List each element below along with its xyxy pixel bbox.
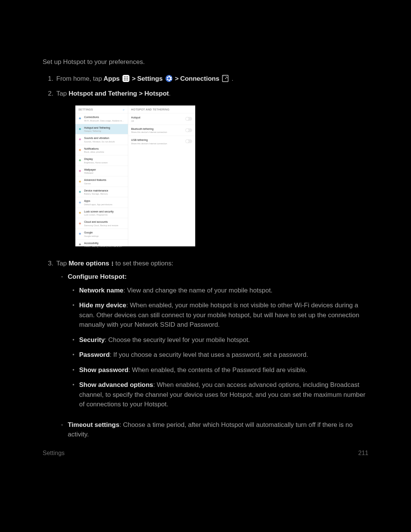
- opt-network-name: •Network name: View and change the name …: [68, 286, 368, 296]
- ss-setting-item: ◈DisplayBrightness, Home screen: [75, 155, 128, 166]
- hotspot-path: Hotspot and Tethering > Hotspot: [68, 90, 169, 97]
- opt-hide-my-device: •Hide my device: When enabled, your mobi…: [68, 300, 368, 330]
- step-text: From home, tap: [56, 74, 102, 84]
- ss-setting-item: ◈ConnectionsWi-Fi, Bluetooth, Data usage…: [75, 113, 128, 124]
- opt-label: Hide my device: [79, 302, 126, 309]
- toggle-icon: [185, 128, 192, 132]
- gt: >: [175, 74, 179, 84]
- opt-text: : View and change the name of your mobil…: [123, 287, 272, 294]
- settings-screenshot: SETTINGS⌕ ◈ConnectionsWi-Fi, Bluetooth, …: [75, 105, 195, 246]
- opt-label: Password: [79, 351, 110, 358]
- gt: >: [132, 74, 136, 84]
- ss-setting-item: ◈Cloud and accountsSamsung Cloud, Backup…: [75, 218, 128, 228]
- step-text: to set these options:: [115, 260, 173, 267]
- page-footer: Settings 211: [43, 449, 368, 458]
- svg-point-4: [124, 78, 125, 79]
- ss-setting-item: ◈Lock screen and securityLock screen, Fi…: [75, 208, 128, 218]
- svg-point-9: [127, 80, 128, 81]
- ss-setting-item: ◈Advanced featuresGames: [75, 176, 128, 187]
- opt-text: : If you choose a security level that us…: [110, 351, 308, 358]
- step-text: Tap: [56, 260, 68, 267]
- ss-left-header: SETTINGS: [78, 108, 93, 112]
- search-icon: ⌕: [123, 108, 124, 112]
- ss-setting-item: ◈Device maintenanceBattery, Storage, Mem…: [75, 187, 128, 197]
- ss-setting-item: ◈GoogleGoogle settings: [75, 228, 128, 239]
- svg-point-12: [225, 78, 226, 79]
- ss-setting-item: ◈AccessibilityVision, Hearing, Dexterity…: [75, 239, 128, 250]
- opt-show-password: •Show password: When enabled, the conten…: [68, 365, 368, 375]
- apps-icon: [122, 75, 130, 82]
- opt-show-advanced: •Show advanced options: When enabled, yo…: [68, 380, 368, 409]
- svg-point-6: [127, 78, 128, 79]
- ss-setting-item: ◈NotificationsBlock, allow, prioritize: [75, 145, 128, 155]
- step-text: Tap: [56, 90, 68, 97]
- ss-right-header: HOTSPOT AND TETHERING: [131, 108, 170, 112]
- settings-label: Settings: [137, 74, 162, 84]
- opt-password: •Password: If you choose a security leve…: [68, 350, 368, 360]
- step-number: 2.: [43, 89, 56, 253]
- ss-setting-item: ◈AppsDefault apps, App permissions: [75, 197, 128, 208]
- opt-label: Show password: [79, 366, 128, 374]
- opt-label: Security: [79, 336, 105, 343]
- step-1: 1. From home, tap Apps > Settings > Conn…: [43, 74, 368, 84]
- intro-text: Set up Hotspot to your preferences.: [43, 57, 368, 67]
- footer-page-number: 211: [358, 449, 368, 458]
- opt-text: : When enabled, the contents of the Pass…: [128, 366, 307, 374]
- connections-label: Connections: [180, 74, 219, 84]
- more-options-label: More options: [68, 260, 109, 267]
- apps-label: Apps: [104, 74, 120, 84]
- footer-section: Settings: [43, 449, 65, 458]
- opt-label: Timeout settings: [68, 421, 119, 428]
- svg-point-1: [124, 77, 125, 78]
- step-number: 1.: [43, 74, 56, 84]
- more-options-icon: [112, 262, 113, 266]
- timeout-settings: ▪ Timeout settings: Choose a time period…: [56, 420, 368, 439]
- svg-point-5: [125, 78, 126, 79]
- ss-tether-item: Bluetooth tetheringShare this device's I…: [128, 125, 195, 136]
- period: .: [231, 74, 233, 84]
- svg-point-2: [125, 77, 126, 78]
- step-2: 2. Tap Hotspot and Tethering > Hotspot. …: [43, 89, 368, 253]
- ss-setting-item: ◈Sounds and vibrationSounds, Vibration, …: [75, 134, 128, 145]
- toggle-icon: [185, 139, 192, 143]
- ss-tether-item: HotspotOff: [128, 113, 195, 125]
- svg-point-7: [124, 80, 125, 81]
- ss-setting-item: ◈WallpaperWallpaper: [75, 166, 128, 176]
- period: .: [169, 90, 171, 97]
- settings-icon: [165, 75, 173, 82]
- connections-icon: [221, 75, 229, 82]
- configure-heading: Configure Hotspot:: [68, 273, 127, 280]
- steps-list: 1. From home, tap Apps > Settings > Conn…: [43, 74, 368, 445]
- configure-hotspot: ▪ Configure Hotspot: •Network name: View…: [56, 272, 368, 415]
- toggle-icon: [185, 117, 192, 121]
- svg-point-3: [127, 77, 128, 78]
- opt-label: Network name: [79, 287, 123, 294]
- opt-security: •Security: Choose the security level for…: [68, 335, 368, 345]
- step-3: 3. Tap More options to set these options…: [43, 259, 368, 445]
- step-number: 3.: [43, 259, 56, 445]
- opt-label: Show advanced options: [79, 381, 153, 388]
- opt-text: : Choose the security level for your mob…: [105, 336, 250, 343]
- ss-setting-item: ◈Hotspot and TetheringHotspot, Tethering: [75, 124, 128, 134]
- ss-tether-item: USB tetheringShare this device's Interne…: [128, 136, 195, 147]
- svg-point-8: [125, 80, 126, 81]
